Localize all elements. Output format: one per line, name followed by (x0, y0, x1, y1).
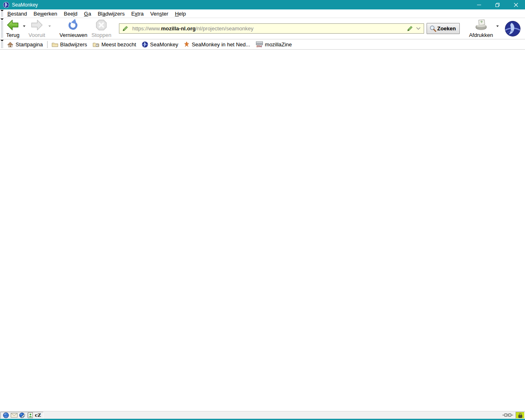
dropdown-arrow-icon (48, 25, 51, 27)
menu-extra[interactable]: Extra (128, 9, 147, 18)
menu-ga[interactable]: Ga (81, 9, 94, 18)
collapse-arrow-icon (0, 18, 4, 20)
url-bar[interactable]: https://www.mozilla-nl.org/nl/projecten/… (119, 23, 424, 34)
restore-button[interactable] (488, 0, 507, 9)
minimize-icon (477, 2, 482, 7)
close-button[interactable] (507, 0, 525, 9)
navbar-grippy[interactable] (0, 18, 4, 39)
menu-bladwijzers[interactable]: Bladwijzers (94, 9, 128, 18)
back-arrow-icon (6, 18, 19, 32)
forward-dropdown[interactable] (47, 16, 52, 37)
lock-icon (518, 413, 523, 418)
folder-icon (52, 42, 58, 47)
component-bar: cZ (0, 412, 43, 419)
url-history-chevron-icon[interactable] (416, 27, 421, 30)
addressbook-icon[interactable] (27, 412, 33, 418)
grippy-dots (1, 42, 3, 48)
dropdown-arrow-icon (496, 25, 499, 27)
back-dropdown[interactable] (22, 16, 27, 37)
menu-bewerken[interactable]: Bewerken (30, 9, 61, 18)
reload-icon (67, 18, 80, 32)
grippy-dots (1, 12, 3, 17)
bookmark-folder-bladwijzers[interactable]: Bladwijzers (49, 40, 90, 49)
seamonkey-nl-favicon (184, 41, 189, 47)
url-text[interactable]: https://www.mozilla-nl.org/nl/projecten/… (132, 25, 406, 32)
grippy-dots (1, 21, 3, 38)
stop-icon (95, 18, 108, 32)
bookmarks-toolbar: Startpagina Bladwijzers Meest bezocht Se… (0, 39, 525, 50)
menu-beeld[interactable]: Beeld (61, 9, 81, 18)
search-icon (429, 25, 436, 32)
printer-icon (475, 18, 488, 32)
page-proxy-icon[interactable] (122, 25, 128, 32)
mozillazine-favicon: zine (256, 41, 263, 47)
bookmark-seamonkey[interactable]: SeaMonkey (139, 40, 181, 49)
bookmark-folder-meest-bezocht[interactable]: Meest bezocht (90, 40, 139, 49)
plug-icon (502, 413, 513, 418)
stop-button[interactable]: Stoppen (90, 18, 113, 39)
seamonkey-app-icon (3, 2, 9, 8)
bookmark-mozillazine[interactable]: zine mozillaZine (253, 40, 295, 49)
print-dropdown[interactable] (495, 16, 500, 37)
collapse-arrow-icon (0, 40, 4, 41)
bookmark-seamonkey-nl[interactable]: SeaMonkey in het Ned... (181, 40, 253, 49)
seamonkey-window: SeaMonkey Bestand Bewerken Beeld Ga Blad… (0, 0, 525, 420)
online-status-toggle[interactable] (500, 412, 516, 419)
home-icon (7, 41, 14, 48)
bookmarks-separator (47, 41, 48, 48)
status-bar: cZ (0, 411, 525, 419)
edit-bookmark-pencil-icon[interactable] (407, 25, 413, 32)
back-button[interactable]: Terug (5, 18, 21, 39)
search-button[interactable]: Zoeken (427, 23, 460, 34)
close-icon (514, 2, 518, 7)
bookmark-startpagina[interactable]: Startpagina (4, 40, 46, 49)
chatzilla-icon[interactable]: cZ (35, 413, 41, 418)
titlebar: SeaMonkey (0, 0, 525, 9)
forward-button[interactable]: Vooruit (27, 18, 47, 39)
forward-arrow-icon (30, 18, 43, 32)
reload-button[interactable]: Vernieuwen (58, 18, 89, 39)
navigator-globe-icon[interactable] (3, 412, 9, 418)
window-title: SeaMonkey (12, 2, 38, 8)
print-button[interactable]: Afdrukken (467, 18, 495, 39)
restore-icon (495, 2, 500, 7)
menubar-grippy[interactable] (0, 9, 4, 18)
navigation-toolbar: Terug Vooruit Vernieuwen Stoppen (0, 18, 525, 39)
recent-folder-icon (93, 42, 99, 47)
seamonkey-favicon (142, 41, 148, 48)
dropdown-arrow-icon (23, 25, 25, 27)
mail-icon[interactable] (11, 413, 18, 418)
menu-help[interactable]: Help (171, 9, 189, 18)
composer-icon[interactable] (19, 412, 25, 418)
window-controls (470, 0, 525, 9)
menubar: Bestand Bewerken Beeld Ga Bladwijzers Ex… (0, 9, 525, 18)
minimize-button[interactable] (470, 0, 488, 9)
seamonkey-logo-icon (505, 21, 520, 37)
menu-venster[interactable]: Venster (147, 9, 171, 18)
security-indicator[interactable] (516, 412, 525, 419)
page-content (0, 50, 525, 411)
collapse-arrow-icon (0, 10, 4, 11)
bookmarksbar-grippy[interactable] (0, 39, 4, 49)
seamonkey-logo[interactable] (505, 21, 520, 37)
